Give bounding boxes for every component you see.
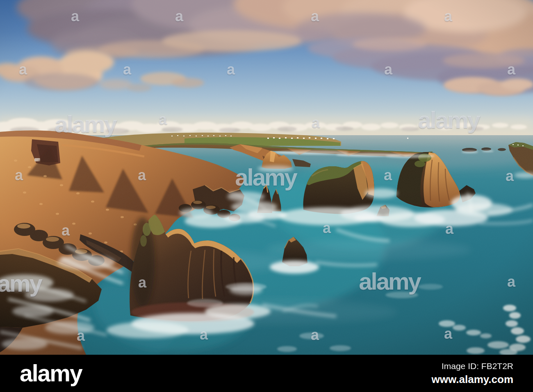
image-id: Image ID: FB2T2R <box>432 361 513 371</box>
coastline-photo <box>0 0 533 355</box>
footer-bar: alamy Image ID: FB2T2R www.alamy.com <box>0 355 533 392</box>
website-url: www.alamy.com <box>432 373 513 386</box>
footer-info: Image ID: FB2T2R www.alamy.com <box>432 361 513 386</box>
stock-photo-page: alamyalamyalamyalamyalamyaaaaaaaaaaaaaaa… <box>0 0 533 392</box>
photo-area: alamyalamyalamyalamyalamyaaaaaaaaaaaaaaa… <box>0 0 533 355</box>
alamy-logo: alamy <box>20 362 82 385</box>
vignette <box>0 0 533 355</box>
